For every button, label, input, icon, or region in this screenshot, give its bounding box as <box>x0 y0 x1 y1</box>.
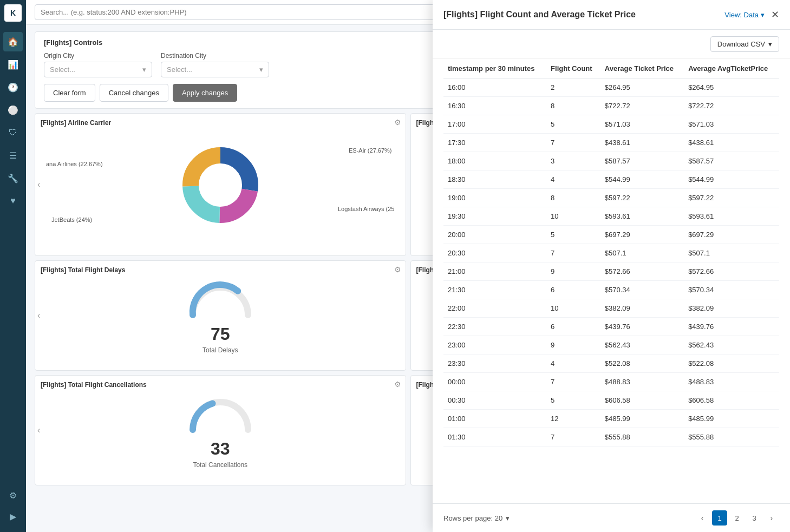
download-chevron-icon: ▾ <box>768 40 772 48</box>
widget-total-delays-arrow-icon[interactable]: ‹ <box>37 311 40 320</box>
table-header: timestamp per 30 minutes Flight Count Av… <box>443 59 779 78</box>
cell-avg-price: $570.34 <box>600 281 684 299</box>
cell-avg-price: $507.1 <box>600 244 684 262</box>
cell-avg-avg-price: $522.08 <box>684 354 779 373</box>
sidebar-item-heart[interactable]: ♥ <box>3 191 23 211</box>
cell-flight-count: 5 <box>546 226 600 244</box>
cell-flight-count: 7 <box>546 428 600 446</box>
cell-avg-avg-price: $722.72 <box>684 97 779 115</box>
widget-total-cancellations: [Flights] Total Flight Cancellations ⚙ ‹… <box>35 375 406 485</box>
table-row: 23:00 9 $562.43 $562.43 <box>443 336 779 354</box>
clear-form-button[interactable]: Clear form <box>44 84 95 102</box>
cell-avg-price: $439.76 <box>600 318 684 336</box>
sidebar-item-alerts[interactable]: ⚪ <box>3 100 23 120</box>
gauge-delays-label: Total Delays <box>203 346 238 354</box>
cell-timestamp: 16:30 <box>443 97 546 115</box>
apply-changes-button[interactable]: Apply changes <box>173 84 237 102</box>
cell-avg-avg-price: $507.1 <box>684 244 779 262</box>
panel-overlay: [Flights] Flight Count and Average Ticke… <box>433 0 790 532</box>
cell-avg-price: $587.57 <box>600 152 684 170</box>
destination-city-chevron-icon: ▾ <box>259 65 263 74</box>
cell-avg-avg-price: $587.57 <box>684 152 779 170</box>
origin-city-label: Origin City <box>44 52 152 60</box>
cell-timestamp: 16:00 <box>443 78 546 97</box>
page-1-button[interactable]: 1 <box>712 510 727 526</box>
origin-city-group: Origin City Select... ▾ <box>44 52 152 77</box>
sidebar-item-play[interactable]: ▶ <box>3 507 23 526</box>
cell-timestamp: 21:00 <box>443 262 546 281</box>
sidebar-item-clock[interactable]: 🕐 <box>3 77 23 97</box>
destination-city-group: Destination City Select... ▾ <box>161 52 269 77</box>
widget-total-delays-gear-icon[interactable]: ⚙ <box>394 265 401 274</box>
sidebar-item-charts[interactable]: 📊 <box>3 55 23 74</box>
cell-flight-count: 6 <box>546 281 600 299</box>
sidebar-item-home[interactable]: 🏠 <box>3 32 23 51</box>
sidebar-item-list[interactable]: ☰ <box>3 146 23 165</box>
cell-avg-price: $697.29 <box>600 226 684 244</box>
panel-header: [Flights] Flight Count and Average Ticke… <box>433 0 790 30</box>
sidebar-item-tools[interactable]: 🔧 <box>3 168 23 188</box>
cell-flight-count: 4 <box>546 354 600 373</box>
cell-flight-count: 8 <box>546 97 600 115</box>
page-2-button[interactable]: 2 <box>729 510 745 526</box>
download-csv-button[interactable]: Download CSV ▾ <box>710 36 779 52</box>
page-3-button[interactable]: 3 <box>747 510 762 526</box>
cancel-changes-button[interactable]: Cancel changes <box>100 84 168 102</box>
cell-avg-avg-price: $488.83 <box>684 373 779 391</box>
rows-per-page-label: Rows per page: 20 <box>443 514 502 522</box>
cell-timestamp: 23:00 <box>443 336 546 354</box>
page-controls: ‹ 1 2 3 › <box>695 510 779 526</box>
destination-city-value: Select... <box>167 65 192 74</box>
cell-avg-avg-price: $593.61 <box>684 207 779 226</box>
cell-timestamp: 20:30 <box>443 244 546 262</box>
close-panel-button[interactable]: ✕ <box>771 9 779 21</box>
cell-timestamp: 17:00 <box>443 115 546 134</box>
sidebar-logo[interactable]: K <box>4 4 22 22</box>
gauge-delays-value: 75 <box>211 324 230 344</box>
cell-flight-count: 8 <box>546 189 600 207</box>
prev-page-button[interactable]: ‹ <box>695 510 710 526</box>
table-row: 20:00 5 $697.29 $697.29 <box>443 226 779 244</box>
cell-avg-avg-price: $570.34 <box>684 281 779 299</box>
cell-flight-count: 9 <box>546 262 600 281</box>
origin-city-select[interactable]: Select... ▾ <box>44 62 152 77</box>
widget-total-cancellations-arrow-icon[interactable]: ‹ <box>37 425 40 435</box>
sidebar: K 🏠 📊 🕐 ⚪ 🛡 ☰ 🔧 ♥ ⚙ ▶ <box>0 0 26 532</box>
gauge-cancellations: 33 Total Cancellations <box>41 393 400 469</box>
panel-toolbar: Download CSV ▾ <box>433 30 790 59</box>
donut-label-jetbeats: JetBeats (24%) <box>51 216 92 223</box>
table-row: 18:00 3 $587.57 $587.57 <box>443 152 779 170</box>
rows-per-page-selector[interactable]: Rows per page: 20 ▾ <box>443 514 510 522</box>
table-row: 17:30 7 $438.61 $438.61 <box>443 134 779 152</box>
table-row: 16:30 8 $722.72 $722.72 <box>443 97 779 115</box>
cell-timestamp: 01:00 <box>443 410 546 428</box>
cell-avg-price: $597.22 <box>600 189 684 207</box>
widget-airline-carrier-gear-icon[interactable]: ⚙ <box>394 118 401 127</box>
widget-total-cancellations-gear-icon[interactable]: ⚙ <box>394 380 401 389</box>
cell-avg-avg-price: $697.29 <box>684 226 779 244</box>
table-row: 19:00 8 $597.22 $597.22 <box>443 189 779 207</box>
data-table: timestamp per 30 minutes Flight Count Av… <box>433 59 790 503</box>
table-row: 19:30 10 $593.61 $593.61 <box>443 207 779 226</box>
cell-avg-avg-price: $562.43 <box>684 336 779 354</box>
donut-svg <box>177 142 264 228</box>
widget-airline-carrier-arrow-icon[interactable]: ‹ <box>37 180 40 189</box>
widget-airline-carrier: [Flights] Airline Carrier ⚙ ‹ ana Airlin… <box>35 113 406 256</box>
donut-label-ana: ana Airlines (22.67%) <box>46 161 103 167</box>
cell-flight-count: 5 <box>546 391 600 410</box>
sidebar-item-shield[interactable]: 🛡 <box>3 123 23 142</box>
table-row: 01:00 12 $485.99 $485.99 <box>443 410 779 428</box>
destination-city-select[interactable]: Select... ▾ <box>161 62 269 77</box>
table-row: 23:30 4 $522.08 $522.08 <box>443 354 779 373</box>
gauge-cancellations-value: 33 <box>211 439 230 459</box>
cell-avg-price: $485.99 <box>600 410 684 428</box>
view-data-chevron-icon: ▾ <box>761 11 765 19</box>
panel-header-right: View: Data ▾ ✕ <box>724 9 779 21</box>
cell-flight-count: 7 <box>546 134 600 152</box>
next-page-button[interactable]: › <box>764 510 779 526</box>
view-data-button[interactable]: View: Data ▾ <box>724 11 765 19</box>
flight-data-table: timestamp per 30 minutes Flight Count Av… <box>443 59 779 446</box>
cell-avg-avg-price: $264.95 <box>684 78 779 97</box>
sidebar-item-settings[interactable]: ⚙ <box>3 485 23 505</box>
donut-chart: ana Airlines (22.67%) ES-Air (27.67%) Je… <box>41 131 400 239</box>
